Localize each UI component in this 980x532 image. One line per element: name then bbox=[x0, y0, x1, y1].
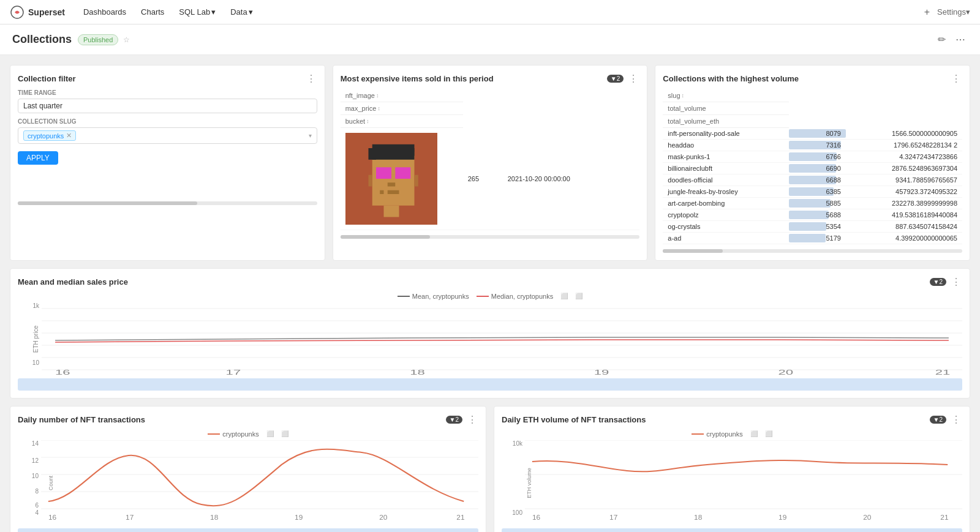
legend-mean: Mean, cryptopunks bbox=[398, 293, 469, 300]
volume-card-menu[interactable]: ⋮ bbox=[950, 73, 962, 84]
volume-eth-cell: 4.399200000000065 bbox=[846, 233, 962, 244]
volume-cell: 6766 bbox=[789, 151, 846, 163]
volume-eth-cell: 419.53816189440084 bbox=[846, 209, 962, 221]
volume-cell: 6688 bbox=[789, 174, 846, 186]
edit-icon[interactable]: ✏ bbox=[935, 31, 948, 48]
svg-rect-5 bbox=[368, 148, 376, 160]
mean-y-axis: 1k ETH price 10 bbox=[18, 302, 42, 376]
svg-text:21: 21 bbox=[456, 514, 464, 521]
volume-cell: 6690 bbox=[789, 163, 846, 174]
daily-nft-range-slider[interactable] bbox=[18, 528, 478, 532]
expensive-table: nft_image ↕ max_price ↕ bucket ↕ bbox=[341, 89, 640, 230]
volume-eth-cell: 9341.788596765657 bbox=[846, 174, 962, 186]
nav-charts[interactable]: Charts bbox=[135, 5, 170, 19]
daily-eth-legend: cryptopunks ⬜ ⬜ bbox=[502, 430, 962, 438]
table-row: og-crystals 5354 887.6345074158424 bbox=[663, 221, 962, 233]
daily-eth-y-axis: 10k 100 ETH volume bbox=[502, 440, 525, 526]
time-range-select[interactable]: Last quarter bbox=[18, 99, 317, 113]
slug-cell: art-carpet-bombing bbox=[663, 198, 789, 209]
filter-card-menu[interactable]: ⋮ bbox=[305, 73, 317, 84]
col-bucket[interactable]: bucket ↕ bbox=[341, 115, 463, 128]
nav-dashboards[interactable]: Dashboards bbox=[77, 5, 132, 19]
eth-chart-icon-2[interactable]: ⬜ bbox=[765, 430, 772, 438]
top-navigation: Superset Dashboards Charts SQL Lab▾ Data… bbox=[0, 0, 980, 24]
daily-eth-menu[interactable]: ⋮ bbox=[950, 414, 962, 425]
apply-button[interactable]: APPLY bbox=[18, 151, 58, 165]
volume-eth-cell: 232278.38999999998 bbox=[846, 198, 962, 209]
volume-cell: 7316 bbox=[789, 140, 846, 151]
legend-median: Median, cryptopunks bbox=[477, 293, 554, 300]
more-actions-icon[interactable]: ⋯ bbox=[953, 31, 968, 48]
svg-text:20: 20 bbox=[778, 369, 793, 376]
table-row: inft-personality-pod-sale 8079 1566.5000… bbox=[663, 128, 962, 140]
daily-eth-chart-wrapper: 10k 100 ETH volume 16 17 18 19 20 21 bbox=[502, 440, 962, 526]
slug-cell: billionaireclubft bbox=[663, 163, 789, 174]
nft-chart-icon-1[interactable]: ⬜ bbox=[266, 430, 274, 438]
page-title: Collections bbox=[12, 33, 72, 46]
row-1: Collection filter ⋮ TIME RANGE Last quar… bbox=[10, 65, 970, 261]
page-header: Collections Published ☆ ✏ ⋯ bbox=[0, 24, 980, 55]
col-total-volume[interactable]: total_volume bbox=[663, 102, 789, 115]
volume-cell: 5885 bbox=[789, 198, 846, 209]
max-price-cell: 265 bbox=[463, 128, 503, 230]
svg-rect-12 bbox=[387, 190, 399, 194]
expensive-scrollbar[interactable] bbox=[341, 235, 640, 239]
table-row: doodles-official 6688 9341.788596765657 bbox=[663, 174, 962, 186]
nft-chart-icon-2[interactable]: ⬜ bbox=[281, 430, 288, 438]
filter-card-title: Collection filter bbox=[18, 74, 305, 83]
daily-eth-card: Daily ETH volume of NFT transactions ▼2 … bbox=[494, 406, 970, 532]
daily-nft-menu[interactable]: ⋮ bbox=[466, 414, 478, 425]
settings-menu[interactable]: Settings▾ bbox=[937, 7, 970, 17]
svg-text:17: 17 bbox=[226, 369, 241, 376]
star-icon[interactable]: ☆ bbox=[123, 36, 130, 44]
mean-card-menu[interactable]: ⋮ bbox=[950, 276, 962, 288]
svg-text:16: 16 bbox=[532, 514, 540, 521]
svg-text:20: 20 bbox=[863, 514, 871, 521]
collection-slug-label: COLLECTION SLUG bbox=[18, 118, 317, 125]
table-row: mask-punks-1 6766 4.32472434723866 bbox=[663, 151, 962, 163]
mean-range-slider[interactable] bbox=[18, 378, 962, 391]
col-max-price[interactable]: max_price ↕ bbox=[341, 102, 463, 115]
mean-median-title: Mean and median sales price bbox=[18, 277, 930, 287]
collection-slug-select[interactable]: cryptopunks ✕ ▾ bbox=[18, 127, 317, 144]
volume-eth-cell: 4.32472434723866 bbox=[846, 151, 962, 163]
nft-pixel-art bbox=[345, 130, 437, 228]
volume-card-title: Collections with the highest volume bbox=[663, 74, 950, 83]
daily-eth-range-slider[interactable] bbox=[502, 528, 962, 532]
svg-text:20: 20 bbox=[379, 514, 387, 521]
table-row: headdao 7316 1796.65248228134 2 bbox=[663, 140, 962, 151]
expensive-card-menu[interactable]: ⋮ bbox=[627, 73, 639, 84]
slug-cell: jungle-freaks-by-trosley bbox=[663, 186, 789, 198]
svg-text:16: 16 bbox=[48, 514, 56, 521]
col-total-volume-eth[interactable]: total_volume_eth bbox=[663, 115, 789, 128]
volume-cell: 5688 bbox=[789, 209, 846, 221]
bucket-cell: 2021-10-20 00:00:00 bbox=[503, 128, 640, 230]
svg-text:19: 19 bbox=[594, 369, 609, 376]
main-content: Collection filter ⋮ TIME RANGE Last quar… bbox=[0, 55, 980, 532]
add-icon[interactable]: + bbox=[924, 7, 930, 18]
daily-nft-title: Daily number of NFT transactions bbox=[18, 415, 446, 424]
svg-text:19: 19 bbox=[778, 514, 786, 521]
svg-rect-7 bbox=[376, 167, 391, 179]
filter-scrollbar[interactable] bbox=[18, 201, 317, 205]
volume-eth-cell: 887.6345074158424 bbox=[846, 221, 962, 233]
eth-chart-icon-1[interactable]: ⬜ bbox=[750, 430, 758, 438]
nav-sql-lab[interactable]: SQL Lab▾ bbox=[173, 5, 222, 19]
chart-icon-1[interactable]: ⬜ bbox=[560, 293, 568, 300]
collection-filter-card: Collection filter ⋮ TIME RANGE Last quar… bbox=[10, 65, 325, 261]
col-slug[interactable]: slug ↕ bbox=[663, 89, 789, 102]
table-row: cryptopolz 5688 419.53816189440084 bbox=[663, 209, 962, 221]
highest-volume-card: Collections with the highest volume ⋮ sl… bbox=[655, 65, 970, 261]
table-row: a-ad 5179 4.399200000000065 bbox=[663, 233, 962, 244]
volume-eth-cell: 2876.5248963697304 bbox=[846, 163, 962, 174]
svg-text:18: 18 bbox=[410, 369, 425, 376]
volume-scrollbar[interactable] bbox=[663, 249, 962, 253]
logo[interactable]: Superset bbox=[10, 5, 65, 20]
slug-cell: inft-personality-pod-sale bbox=[663, 128, 789, 140]
expensive-items-card: Most expensive items sold in this period… bbox=[333, 65, 648, 261]
col-nft-image[interactable]: nft_image ↕ bbox=[341, 89, 463, 102]
chart-icon-2[interactable]: ⬜ bbox=[575, 293, 582, 300]
nav-data[interactable]: Data▾ bbox=[224, 5, 258, 19]
table-row: jungle-freaks-by-trosley 6385 457923.372… bbox=[663, 186, 962, 198]
remove-tag-icon[interactable]: ✕ bbox=[66, 132, 72, 140]
